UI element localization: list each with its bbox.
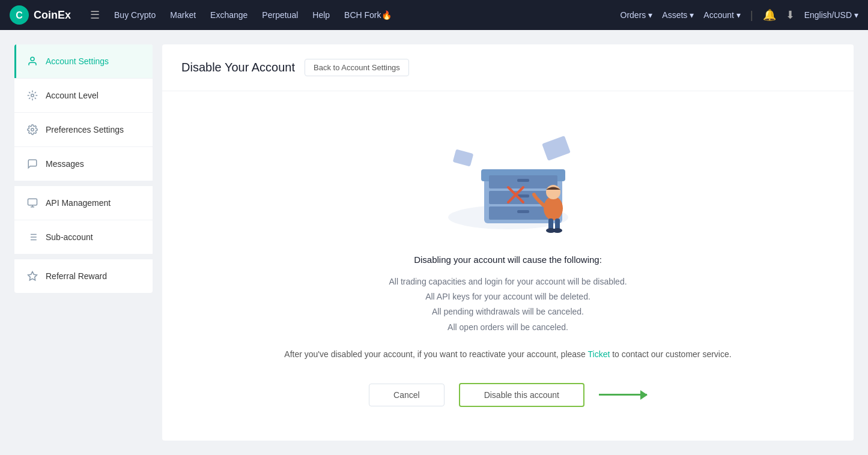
cancel-button[interactable]: Cancel xyxy=(369,384,445,406)
disable-account-illustration xyxy=(424,115,592,235)
arrow-shaft xyxy=(599,394,647,396)
disable-account-button[interactable]: Disable this account xyxy=(459,383,584,407)
logo[interactable]: C CoinEx xyxy=(10,5,71,25)
back-to-account-settings-button[interactable]: Back to Account Settings xyxy=(305,59,409,76)
warning-item-4: All open orders will be canceled. xyxy=(389,320,627,335)
sidebar-item-preferences-settings[interactable]: Preferences Settings xyxy=(14,113,153,147)
reactivate-text-after: to contact our customer service. xyxy=(610,349,731,359)
nav-help[interactable]: Help xyxy=(312,10,330,20)
chevron-down-icon: ▾ xyxy=(648,10,652,20)
warning-item-1: All trading capacities and login for you… xyxy=(389,274,627,289)
chevron-down-icon: ▾ xyxy=(690,10,694,20)
nav-language[interactable]: English/USD ▾ xyxy=(804,10,858,20)
svg-text:C: C xyxy=(16,10,23,20)
page-title: Disable Your Account xyxy=(181,61,295,74)
nav-perpetual[interactable]: Perpetual xyxy=(262,10,298,20)
warning-list: All trading capacities and login for you… xyxy=(389,274,627,335)
svg-point-28 xyxy=(544,196,563,220)
nav-buy-crypto[interactable]: Buy Crypto xyxy=(114,10,156,20)
svg-point-3 xyxy=(31,94,34,97)
svg-rect-25 xyxy=(517,210,529,213)
svg-rect-5 xyxy=(28,199,37,205)
chevron-down-icon: ▾ xyxy=(736,10,741,20)
sidebar-label-api-management: API Management xyxy=(46,198,111,208)
arrow-indicator xyxy=(599,394,647,396)
nav-exchange[interactable]: Exchange xyxy=(210,10,247,20)
hamburger-icon[interactable]: ☰ xyxy=(90,8,100,22)
sub-account-icon xyxy=(26,231,38,243)
account-settings-icon xyxy=(26,55,38,67)
chevron-down-icon: ▾ xyxy=(854,10,858,20)
svg-rect-21 xyxy=(517,179,529,182)
svg-point-2 xyxy=(31,57,34,61)
content-area: Disabling your account will cause the fo… xyxy=(162,91,854,431)
warning-item-2: All API keys for your account will be de… xyxy=(389,289,627,304)
sidebar: Account Settings Account Level Preferenc… xyxy=(14,44,153,293)
referral-reward-icon xyxy=(26,270,38,282)
nav-assets[interactable]: Assets ▾ xyxy=(662,10,694,20)
nav-bch-fork[interactable]: BCH Fork🔥 xyxy=(344,10,391,20)
notification-icon[interactable]: 🔔 xyxy=(763,8,776,22)
main-content: Disable Your Account Back to Account Set… xyxy=(162,44,854,441)
page-layout: Account Settings Account Level Preferenc… xyxy=(0,30,868,455)
reactivate-text: After you've disabled your account, if y… xyxy=(284,349,731,359)
svg-point-4 xyxy=(31,128,34,131)
nav-right: Orders ▾ Assets ▾ Account ▾ | 🔔 ⬇ Englis… xyxy=(621,8,858,22)
preferences-settings-icon xyxy=(26,124,38,136)
sidebar-label-messages: Messages xyxy=(46,159,84,169)
sidebar-item-sub-account[interactable]: Sub-account xyxy=(14,220,153,255)
api-management-icon xyxy=(26,197,38,209)
sidebar-label-account-settings: Account Settings xyxy=(46,56,109,66)
nav-orders[interactable]: Orders ▾ xyxy=(621,10,653,20)
logo-text: CoinEx xyxy=(34,9,71,22)
sidebar-item-api-management[interactable]: API Management xyxy=(14,186,153,220)
nav-divider: | xyxy=(750,9,753,22)
download-icon[interactable]: ⬇ xyxy=(786,8,795,22)
sidebar-label-preferences-settings: Preferences Settings xyxy=(46,125,124,134)
ticket-link[interactable]: Ticket xyxy=(588,349,610,359)
sidebar-label-account-level: Account Level xyxy=(46,91,99,100)
svg-marker-14 xyxy=(28,272,37,280)
warning-item-3: All pending withdrawals will be canceled… xyxy=(389,304,627,319)
svg-rect-16 xyxy=(542,136,571,161)
sidebar-label-sub-account: Sub-account xyxy=(46,232,93,242)
reactivate-text-before: After you've disabled your account, if y… xyxy=(284,349,587,359)
messages-icon xyxy=(26,158,38,170)
sidebar-item-account-level[interactable]: Account Level xyxy=(14,79,153,113)
nav-market[interactable]: Market xyxy=(170,10,196,20)
account-level-icon xyxy=(26,89,38,101)
navbar: C CoinEx ☰ Buy Crypto Market Exchange Pe… xyxy=(0,0,868,30)
page-header: Disable Your Account Back to Account Set… xyxy=(162,44,854,91)
sidebar-item-referral-reward[interactable]: Referral Reward xyxy=(14,259,153,293)
warning-title: Disabling your account will cause the fo… xyxy=(414,255,602,265)
svg-point-33 xyxy=(553,228,562,233)
sidebar-label-referral-reward: Referral Reward xyxy=(46,271,107,281)
sidebar-divider-2 xyxy=(14,255,153,259)
nav-account[interactable]: Account ▾ xyxy=(703,10,741,20)
svg-rect-17 xyxy=(452,149,473,166)
sidebar-item-account-settings[interactable]: Account Settings xyxy=(14,44,153,79)
sidebar-item-messages[interactable]: Messages xyxy=(14,147,153,181)
sidebar-divider-1 xyxy=(14,181,153,186)
disable-btn-area: Cancel Disable this account xyxy=(369,383,647,407)
